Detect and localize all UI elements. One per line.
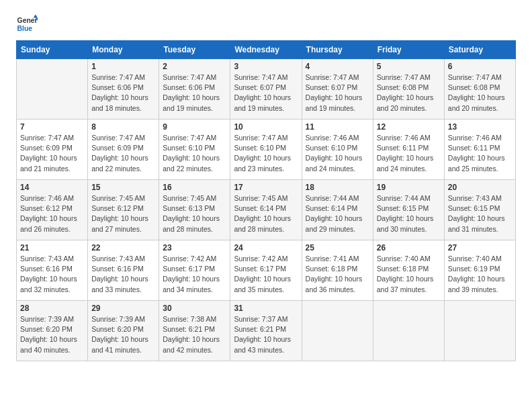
day-number: 22 xyxy=(91,243,155,253)
calendar-body: 1Sunrise: 7:47 AM Sunset: 6:06 PM Daylig… xyxy=(17,59,516,361)
calendar-table: SundayMondayTuesdayWednesdayThursdayFrid… xyxy=(16,40,516,361)
day-info: Sunrise: 7:45 AM Sunset: 6:12 PM Dayligh… xyxy=(91,193,155,234)
day-info: Sunrise: 7:46 AM Sunset: 6:11 PM Dayligh… xyxy=(448,133,512,174)
day-number: 24 xyxy=(234,243,298,253)
calendar-day-cell: 24Sunrise: 7:42 AM Sunset: 6:17 PM Dayli… xyxy=(230,240,302,301)
day-info: Sunrise: 7:39 AM Sunset: 6:20 PM Dayligh… xyxy=(20,314,84,355)
calendar-day-cell: 21Sunrise: 7:43 AM Sunset: 6:16 PM Dayli… xyxy=(17,240,88,301)
day-info: Sunrise: 7:47 AM Sunset: 6:08 PM Dayligh… xyxy=(377,73,441,113)
day-info: Sunrise: 7:46 AM Sunset: 6:11 PM Dayligh… xyxy=(377,133,441,174)
calendar-day-cell: 5Sunrise: 7:47 AM Sunset: 6:08 PM Daylig… xyxy=(373,59,444,120)
calendar-day-cell xyxy=(444,301,515,361)
day-info: Sunrise: 7:46 AM Sunset: 6:10 PM Dayligh… xyxy=(306,133,369,174)
calendar-day-cell: 6Sunrise: 7:47 AM Sunset: 6:08 PM Daylig… xyxy=(444,59,515,120)
calendar-day-cell: 22Sunrise: 7:43 AM Sunset: 6:16 PM Dayli… xyxy=(88,240,159,301)
day-of-week-header: Saturday xyxy=(444,41,515,59)
day-number: 30 xyxy=(163,304,226,313)
calendar-day-cell: 31Sunrise: 7:37 AM Sunset: 6:21 PM Dayli… xyxy=(230,301,302,361)
day-info: Sunrise: 7:40 AM Sunset: 6:19 PM Dayligh… xyxy=(448,254,512,295)
calendar-day-cell: 28Sunrise: 7:39 AM Sunset: 6:20 PM Dayli… xyxy=(17,301,88,361)
day-info: Sunrise: 7:47 AM Sunset: 6:09 PM Dayligh… xyxy=(91,133,155,174)
day-of-week-header: Wednesday xyxy=(230,41,302,59)
svg-marker-2 xyxy=(34,15,38,18)
calendar-day-cell: 11Sunrise: 7:46 AM Sunset: 6:10 PM Dayli… xyxy=(302,120,373,180)
day-number: 11 xyxy=(306,122,369,132)
calendar-day-cell: 25Sunrise: 7:41 AM Sunset: 6:18 PM Dayli… xyxy=(302,240,373,301)
day-info: Sunrise: 7:47 AM Sunset: 6:07 PM Dayligh… xyxy=(306,73,369,113)
calendar-week-row: 21Sunrise: 7:43 AM Sunset: 6:16 PM Dayli… xyxy=(17,240,516,301)
day-number: 13 xyxy=(448,122,512,132)
calendar-day-cell xyxy=(17,59,88,120)
calendar-week-row: 1Sunrise: 7:47 AM Sunset: 6:06 PM Daylig… xyxy=(17,59,516,120)
calendar-day-cell: 30Sunrise: 7:38 AM Sunset: 6:21 PM Dayli… xyxy=(159,301,230,361)
day-info: Sunrise: 7:44 AM Sunset: 6:14 PM Dayligh… xyxy=(306,193,369,234)
calendar-day-cell xyxy=(302,301,373,361)
day-info: Sunrise: 7:38 AM Sunset: 6:21 PM Dayligh… xyxy=(163,314,226,355)
day-number: 17 xyxy=(234,183,298,192)
calendar-day-cell: 14Sunrise: 7:46 AM Sunset: 6:12 PM Dayli… xyxy=(17,180,88,240)
day-info: Sunrise: 7:41 AM Sunset: 6:18 PM Dayligh… xyxy=(306,254,369,295)
day-number: 2 xyxy=(163,62,226,71)
day-number: 25 xyxy=(306,243,369,253)
calendar-day-cell: 10Sunrise: 7:47 AM Sunset: 6:10 PM Dayli… xyxy=(230,120,302,180)
day-number: 15 xyxy=(91,183,155,192)
day-number: 27 xyxy=(448,243,512,253)
day-of-week-header: Monday xyxy=(88,41,159,59)
day-info: Sunrise: 7:47 AM Sunset: 6:09 PM Dayligh… xyxy=(20,133,84,174)
day-info: Sunrise: 7:42 AM Sunset: 6:17 PM Dayligh… xyxy=(163,254,226,295)
day-info: Sunrise: 7:47 AM Sunset: 6:10 PM Dayligh… xyxy=(163,133,226,174)
day-number: 26 xyxy=(377,243,441,253)
day-number: 18 xyxy=(306,183,369,192)
day-number: 1 xyxy=(91,62,155,71)
day-number: 21 xyxy=(20,243,84,253)
day-number: 12 xyxy=(377,122,441,132)
logo-icon: General Blue xyxy=(16,13,38,35)
svg-text:Blue: Blue xyxy=(17,25,33,32)
day-info: Sunrise: 7:44 AM Sunset: 6:15 PM Dayligh… xyxy=(377,193,441,234)
day-number: 28 xyxy=(20,304,84,313)
day-number: 8 xyxy=(91,122,155,132)
calendar-day-cell: 7Sunrise: 7:47 AM Sunset: 6:09 PM Daylig… xyxy=(17,120,88,180)
calendar-day-cell: 1Sunrise: 7:47 AM Sunset: 6:06 PM Daylig… xyxy=(88,59,159,120)
day-number: 10 xyxy=(234,122,298,132)
day-of-week-header: Sunday xyxy=(17,41,88,59)
calendar-day-cell: 8Sunrise: 7:47 AM Sunset: 6:09 PM Daylig… xyxy=(88,120,159,180)
day-number: 20 xyxy=(448,183,512,192)
calendar-day-cell: 27Sunrise: 7:40 AM Sunset: 6:19 PM Dayli… xyxy=(444,240,515,301)
calendar-day-cell: 17Sunrise: 7:45 AM Sunset: 6:14 PM Dayli… xyxy=(230,180,302,240)
day-info: Sunrise: 7:47 AM Sunset: 6:08 PM Dayligh… xyxy=(448,73,512,113)
day-of-week-header: Friday xyxy=(373,41,444,59)
day-number: 7 xyxy=(20,122,84,132)
day-number: 3 xyxy=(234,62,298,71)
calendar-day-cell: 26Sunrise: 7:40 AM Sunset: 6:18 PM Dayli… xyxy=(373,240,444,301)
day-number: 9 xyxy=(163,122,226,132)
calendar-day-cell: 19Sunrise: 7:44 AM Sunset: 6:15 PM Dayli… xyxy=(373,180,444,240)
day-number: 4 xyxy=(306,62,369,71)
day-info: Sunrise: 7:39 AM Sunset: 6:20 PM Dayligh… xyxy=(91,314,155,355)
calendar-day-cell: 15Sunrise: 7:45 AM Sunset: 6:12 PM Dayli… xyxy=(88,180,159,240)
day-info: Sunrise: 7:42 AM Sunset: 6:17 PM Dayligh… xyxy=(234,254,298,295)
day-number: 23 xyxy=(163,243,226,253)
day-info: Sunrise: 7:37 AM Sunset: 6:21 PM Dayligh… xyxy=(234,314,298,355)
day-info: Sunrise: 7:45 AM Sunset: 6:13 PM Dayligh… xyxy=(163,193,226,234)
day-info: Sunrise: 7:45 AM Sunset: 6:14 PM Dayligh… xyxy=(234,193,298,234)
day-info: Sunrise: 7:47 AM Sunset: 6:10 PM Dayligh… xyxy=(234,133,298,174)
calendar-day-cell: 29Sunrise: 7:39 AM Sunset: 6:20 PM Dayli… xyxy=(88,301,159,361)
day-info: Sunrise: 7:46 AM Sunset: 6:12 PM Dayligh… xyxy=(20,193,84,234)
day-info: Sunrise: 7:43 AM Sunset: 6:15 PM Dayligh… xyxy=(448,193,512,234)
calendar-day-cell: 9Sunrise: 7:47 AM Sunset: 6:10 PM Daylig… xyxy=(159,120,230,180)
day-info: Sunrise: 7:47 AM Sunset: 6:06 PM Dayligh… xyxy=(91,73,155,113)
calendar-week-row: 28Sunrise: 7:39 AM Sunset: 6:20 PM Dayli… xyxy=(17,301,516,361)
day-number: 31 xyxy=(234,304,298,313)
day-number: 14 xyxy=(20,183,84,192)
day-info: Sunrise: 7:43 AM Sunset: 6:16 PM Dayligh… xyxy=(91,254,155,295)
calendar-header-row: SundayMondayTuesdayWednesdayThursdayFrid… xyxy=(17,41,516,59)
calendar-day-cell: 20Sunrise: 7:43 AM Sunset: 6:15 PM Dayli… xyxy=(444,180,515,240)
calendar-day-cell: 2Sunrise: 7:47 AM Sunset: 6:06 PM Daylig… xyxy=(159,59,230,120)
calendar-week-row: 7Sunrise: 7:47 AM Sunset: 6:09 PM Daylig… xyxy=(17,120,516,180)
calendar-day-cell: 13Sunrise: 7:46 AM Sunset: 6:11 PM Dayli… xyxy=(444,120,515,180)
day-info: Sunrise: 7:47 AM Sunset: 6:06 PM Dayligh… xyxy=(163,73,226,113)
day-number: 29 xyxy=(91,304,155,313)
svg-text:General: General xyxy=(17,17,38,24)
calendar-day-cell: 18Sunrise: 7:44 AM Sunset: 6:14 PM Dayli… xyxy=(302,180,373,240)
